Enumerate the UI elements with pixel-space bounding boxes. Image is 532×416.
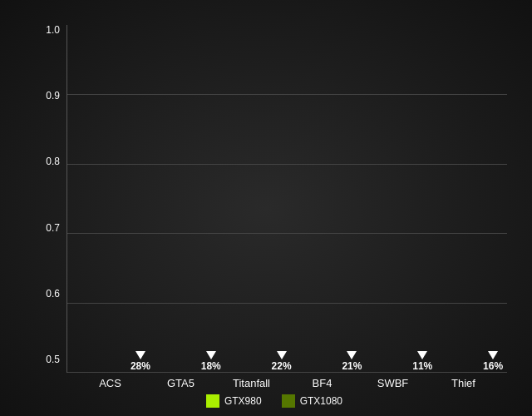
reduction-label: 16% bbox=[483, 351, 503, 372]
arrow-down-icon bbox=[488, 351, 498, 359]
arrow-down-icon bbox=[417, 351, 427, 359]
y-tick: 0.6 bbox=[42, 289, 60, 299]
bars-row: 28%18%22%21%11%16% bbox=[67, 25, 507, 372]
chart-container: 1.00.90.80.70.60.5 28%18%22%21%11%16% AC… bbox=[0, 0, 532, 416]
reduction-pct-text: 22% bbox=[272, 360, 292, 372]
arrow-down-icon bbox=[206, 351, 216, 359]
chart-area: 1.00.90.80.70.60.5 28%18%22%21%11%16% AC… bbox=[42, 25, 507, 389]
legend-label: GTX1080 bbox=[300, 395, 342, 407]
y-tick: 0.8 bbox=[42, 156, 60, 166]
reduction-label: 21% bbox=[342, 351, 362, 372]
x-labels: ACSGTA5TitanfallBF4SWBFThief bbox=[66, 373, 507, 389]
reduction-label: 18% bbox=[201, 351, 221, 372]
reduction-pct-text: 11% bbox=[412, 360, 432, 372]
x-label: BF4 bbox=[287, 373, 357, 389]
x-label: ACS bbox=[75, 373, 145, 389]
reduction-pct-text: 16% bbox=[483, 360, 503, 372]
y-tick: 0.9 bbox=[42, 91, 60, 101]
grid-line bbox=[67, 372, 507, 373]
legend-item: GTX1080 bbox=[282, 394, 342, 408]
legend-swatch bbox=[282, 394, 295, 408]
arrow-down-icon bbox=[277, 351, 287, 359]
reduction-pct-text: 21% bbox=[342, 360, 362, 372]
bars-and-grid: 28%18%22%21%11%16% bbox=[66, 25, 507, 373]
reduction-label: 28% bbox=[131, 351, 150, 372]
y-tick: 1.0 bbox=[42, 25, 60, 35]
legend-item: GTX980 bbox=[206, 394, 262, 408]
arrow-down-icon bbox=[347, 351, 357, 359]
x-label: Thief bbox=[428, 373, 499, 389]
reduction-label: 22% bbox=[272, 351, 292, 372]
y-tick: 0.5 bbox=[42, 354, 60, 364]
x-label: Titanfall bbox=[216, 373, 287, 389]
x-label: GTA5 bbox=[145, 373, 216, 389]
arrow-down-icon bbox=[135, 351, 145, 359]
reduction-label: 11% bbox=[412, 351, 432, 372]
x-label: SWBF bbox=[357, 373, 428, 389]
y-tick: 0.7 bbox=[42, 223, 60, 233]
y-axis: 1.00.90.80.70.60.5 bbox=[42, 25, 66, 389]
legend-label: GTX980 bbox=[224, 395, 262, 407]
chart-inner: 28%18%22%21%11%16% ACSGTA5TitanfallBF4SW… bbox=[66, 25, 507, 389]
reduction-pct-text: 18% bbox=[201, 360, 221, 372]
reduction-pct-text: 28% bbox=[131, 360, 150, 372]
legend-swatch bbox=[206, 394, 219, 408]
legend: GTX980GTX1080 bbox=[206, 394, 342, 408]
